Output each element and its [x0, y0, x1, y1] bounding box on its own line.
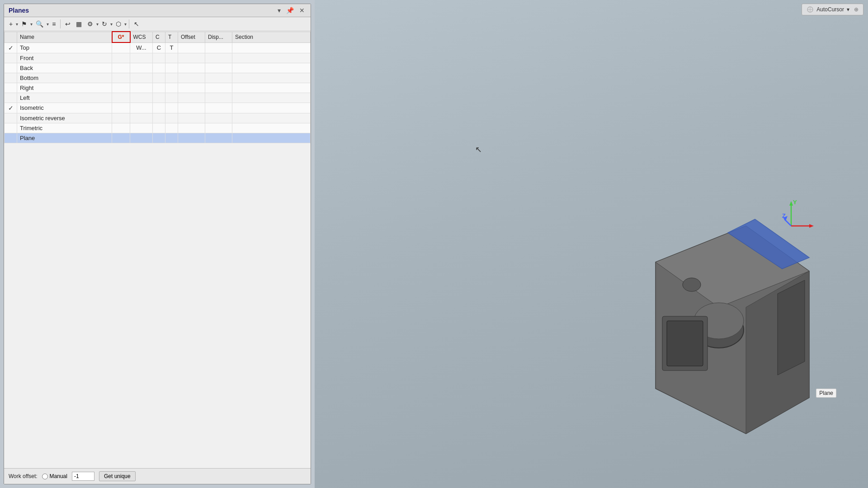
row-offset — [178, 73, 205, 83]
svg-point-9 — [683, 278, 701, 291]
col-section: Section — [232, 32, 311, 42]
col-t: T — [165, 32, 178, 42]
table-row[interactable]: Plane — [5, 133, 311, 143]
row-offset — [178, 133, 205, 143]
row-disp — [205, 42, 232, 53]
gear-button[interactable]: ⚙ — [85, 19, 95, 29]
box-button[interactable]: ⬡ — [113, 19, 123, 29]
table-row[interactable]: Right — [5, 83, 311, 93]
row-t: T — [165, 42, 178, 53]
refresh-button[interactable]: ↻ — [99, 19, 109, 29]
row-name: Isometric — [17, 103, 112, 113]
table-header: Name G* WCS C T Offset Disp... Section — [5, 32, 311, 42]
part-svg: Y Z — [619, 181, 845, 452]
svg-marker-14 — [789, 201, 793, 206]
table-row[interactable]: Left — [5, 93, 311, 103]
col-wcs: WCS — [130, 32, 153, 42]
table-row[interactable]: Trimetric — [5, 123, 311, 133]
row-section — [232, 73, 311, 83]
row-t — [165, 63, 178, 73]
part-container: Y Z Plane — [619, 181, 845, 452]
offset-input[interactable] — [72, 472, 94, 481]
add-icon: + — [9, 20, 13, 28]
undo-button[interactable]: ↩ — [63, 19, 73, 29]
row-c — [153, 53, 165, 63]
row-check — [5, 123, 17, 133]
row-t — [165, 83, 178, 93]
mouse-cursor: ↖ — [475, 145, 482, 155]
row-c — [153, 113, 165, 123]
app-container: Planes ▾ 📌 ✕ + ▾ ⚑ ▾ 🔍 ▾ ≡ — [0, 0, 868, 488]
pin-button[interactable]: 📌 — [285, 7, 295, 14]
planes-table[interactable]: Name G* WCS C T Offset Disp... Section ✓… — [4, 31, 311, 468]
separator-1 — [60, 19, 61, 28]
separator-2 — [129, 19, 129, 28]
row-disp — [205, 93, 232, 103]
box-icon: ⬡ — [116, 20, 121, 28]
grid-button[interactable]: ▦ — [74, 19, 84, 29]
get-unique-button[interactable]: Get unique — [99, 471, 136, 481]
lines-button[interactable]: ≡ — [50, 19, 58, 29]
row-t — [165, 123, 178, 133]
autocursor-dropdown[interactable]: ▾ — [847, 6, 849, 13]
table-row[interactable]: Back — [5, 63, 311, 73]
table-row[interactable]: ✓TopW...CT — [5, 42, 311, 53]
row-g_star — [112, 93, 130, 103]
row-offset — [178, 103, 205, 113]
row-wcs — [130, 83, 153, 93]
manual-radio-group[interactable]: Manual — [42, 473, 67, 479]
row-c — [153, 103, 165, 113]
row-c: C — [153, 42, 165, 53]
table-row[interactable]: ✓Isometric — [5, 103, 311, 113]
row-disp — [205, 103, 232, 113]
row-name: Isometric reverse — [17, 113, 112, 123]
row-wcs — [130, 103, 153, 113]
row-c — [153, 93, 165, 103]
table-row[interactable]: Front — [5, 53, 311, 63]
row-name: Front — [17, 53, 112, 63]
row-g_star — [112, 113, 130, 123]
row-c — [153, 133, 165, 143]
row-c — [153, 83, 165, 93]
undo-icon: ↩ — [65, 20, 71, 28]
lines-icon: ≡ — [52, 20, 56, 28]
search-dropdown-icon: ▾ — [47, 22, 49, 27]
row-check — [5, 113, 17, 123]
viewport[interactable]: AutoCursor ▾ ⊕ — [315, 0, 868, 488]
row-check — [5, 133, 17, 143]
gear-dropdown-icon: ▾ — [96, 22, 99, 27]
row-wcs — [130, 63, 153, 73]
cursor-button[interactable]: ↖ — [132, 19, 142, 29]
table-row[interactable]: Isometric reverse — [5, 113, 311, 123]
row-name: Left — [17, 93, 112, 103]
autocursor-icon — [807, 6, 814, 13]
row-disp — [205, 133, 232, 143]
row-g_star — [112, 83, 130, 93]
manual-radio[interactable] — [42, 474, 48, 479]
row-section — [232, 93, 311, 103]
row-disp — [205, 73, 232, 83]
row-section — [232, 103, 311, 113]
row-name: Bottom — [17, 73, 112, 83]
col-disp: Disp... — [205, 32, 232, 42]
row-g_star — [112, 73, 130, 83]
row-offset — [178, 83, 205, 93]
dropdown-button[interactable]: ▾ — [276, 7, 282, 14]
row-wcs — [130, 73, 153, 83]
search-button[interactable]: 🔍 — [33, 19, 46, 29]
panel-toolbar: + ▾ ⚑ ▾ 🔍 ▾ ≡ ↩ ▦ ⚙ ▾ — [4, 17, 311, 31]
row-name: Top — [17, 42, 112, 53]
flag-button[interactable]: ⚑ — [19, 19, 29, 29]
row-check: ✓ — [5, 42, 17, 53]
refresh-icon: ↻ — [102, 20, 107, 28]
autocursor-bar: AutoCursor ▾ ⊕ — [802, 4, 863, 15]
table-row[interactable]: Bottom — [5, 73, 311, 83]
row-wcs — [130, 53, 153, 63]
row-check: ✓ — [5, 103, 17, 113]
row-check — [5, 63, 17, 73]
row-section — [232, 113, 311, 123]
close-button[interactable]: ✕ — [298, 7, 306, 14]
row-section — [232, 42, 311, 53]
grid-icon: ▦ — [76, 20, 82, 28]
add-button[interactable]: + — [7, 19, 15, 29]
